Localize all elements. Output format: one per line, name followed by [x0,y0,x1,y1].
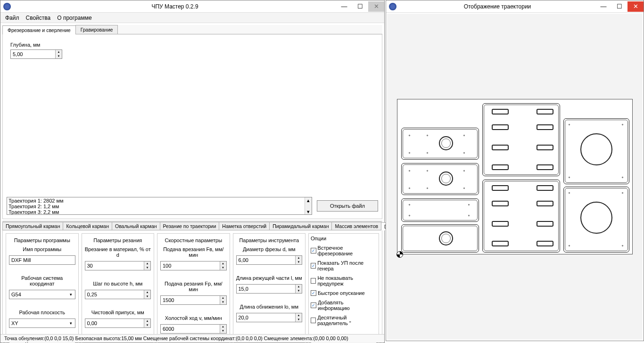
preview-window: Отображение траектории — ☐ ✕ [386,0,644,341]
program-params: Параметры программы Имя программы DXF Mi… [6,233,79,343]
finish-input[interactable]: 0,00▲▼ [85,318,151,328]
plunge-length-input[interactable]: 20,0▲▼ [236,313,303,322]
preview-app-icon [389,3,396,10]
speed-params: Скоростные параметры Подача врезания Fв,… [157,233,230,343]
cutting-params: Параметры резания Врезание в материал, %… [82,233,155,343]
opt-add-info[interactable]: ✓Добавлять информацию [311,300,377,311]
preview-close-button[interactable]: ✕ [627,1,644,12]
step-input[interactable]: 0,25▲▼ [85,290,151,299]
tool-params: Параметры инструмента Диаметр фрезы d, м… [233,233,306,343]
main-window: ЧПУ Мастер 0.2.9 — ☐ ✕ Файл Свойства О п… [0,0,385,343]
opt-climb-milling[interactable]: ✓Встречное фрезерование [311,245,377,256]
close-button[interactable]: ✕ [368,1,384,12]
tab-trajectory-cut[interactable]: Резание по траектории [160,222,220,230]
rapid-input[interactable]: 6000▲▼ [160,324,227,334]
tab-pyramid-pocket[interactable]: Пирамидальный карман [269,222,332,230]
statusbar: Точка обнуления:(0,0 0,0 15,0) Безопасна… [0,334,384,343]
tab-oval-pocket[interactable]: Овальный карман [112,222,160,230]
window-title: ЧПУ Мастер 0.2.9 [14,3,336,10]
plunge-input[interactable]: 30▲▼ [85,261,151,270]
open-file-button[interactable]: Открыть файл [317,200,378,212]
params-panel: Параметры программы Имя программы DXF Mi… [2,230,382,343]
tab-element-array[interactable]: Массив элементов [331,222,381,230]
menubar: Файл Свойства О программе [0,13,384,23]
opt-decimal-sep[interactable]: Десятичный разделитель " [311,315,377,326]
preview-minimize-button[interactable]: — [595,1,611,12]
menu-file[interactable]: Файл [5,15,19,21]
trajectory-canvas[interactable] [387,14,643,340]
diameter-input[interactable]: 6,00▲▼ [236,255,303,265]
tab-engraving[interactable]: Гравирование [75,25,118,34]
top-tabs: Фрезерование и сверление Гравирование [2,25,382,34]
app-icon [3,3,11,10]
opt-no-warnings[interactable]: Не показывать предупреж [311,275,377,286]
drawing [397,99,633,254]
tab-rect-pocket[interactable]: Прямоугольный карман [2,222,63,230]
depth-label: Глубина, мм [10,42,374,48]
preview-title: Отображение траектории [399,3,595,10]
program-name-input[interactable]: DXF Mill [9,255,75,265]
tab-milling[interactable]: Фрезерование и сверление [2,25,76,34]
options-group: Опции ✓Встречное фрезерование ✓Показать … [308,233,379,343]
preview-maximize-button[interactable]: ☐ [611,1,627,12]
tab-ring-pocket[interactable]: Кольцевой карман [63,222,112,230]
preview-titlebar: Отображение траектории — ☐ ✕ [386,0,644,13]
feed-cut-input[interactable]: 1500▲▼ [160,295,227,305]
opt-show-nc[interactable]: ✓Показать УП после генера [311,260,377,271]
titlebar: ЧПУ Мастер 0.2.9 — ☐ ✕ [0,0,384,13]
opt-fast-lower[interactable]: ✓Быстрое опускание [311,290,377,296]
minimize-button[interactable]: — [336,1,352,12]
maximize-button[interactable]: ☐ [352,1,368,12]
operation-tabs: Прямоугольный карман Кольцевой карман Ов… [2,221,382,230]
plane-select[interactable]: XY▾ [9,318,75,328]
feed-plunge-input[interactable]: 100▲▼ [160,261,227,270]
trajectory-list[interactable]: Траектория 1: 2802 мм Траектория 2: 1,2 … [7,197,312,215]
menu-props[interactable]: Свойства [26,15,51,21]
depth-input[interactable]: 5,00 ▲▼ [10,49,62,59]
cut-length-input[interactable]: 15,0▲▼ [236,284,303,294]
menu-about[interactable]: О программе [57,15,91,21]
tab-hole-marking[interactable]: Наметка отверстий [219,222,270,230]
wcs-select[interactable]: G54▾ [9,290,75,299]
